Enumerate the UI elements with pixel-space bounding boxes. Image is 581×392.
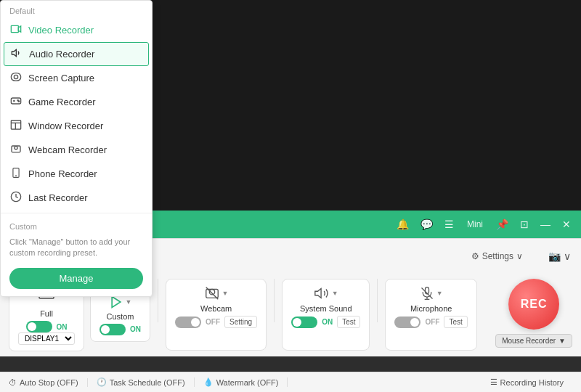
audio-recorder-label: Audio Recorder <box>29 49 94 60</box>
full-toggle[interactable] <box>26 321 52 332</box>
default-section-title: Default <box>1 1 152 18</box>
webcam-recorder-icon <box>9 143 23 157</box>
custom-label: Custom <box>107 312 134 321</box>
chat-icon-btn[interactable]: 💬 <box>418 217 436 232</box>
dropdown-item-webcam-recorder[interactable]: Webcam Recorder <box>1 138 152 162</box>
display-select[interactable]: DISPLAY1 <box>18 332 75 345</box>
window-recorder-label: Window Recorder <box>28 121 103 131</box>
manage-button[interactable]: Manage <box>9 268 143 289</box>
dropdown-item-phone-recorder[interactable]: Phone Recorder <box>1 162 152 186</box>
custom-hint: Click "Manage" button to add your custom… <box>1 234 152 262</box>
restore-icon-btn[interactable]: ⊡ <box>517 217 532 232</box>
microphone-recorder-card[interactable]: ▼ Microphone OFF Test <box>385 279 476 351</box>
vertical-separator-1 <box>158 279 158 322</box>
game-recorder-label: Game Recorder <box>28 97 95 107</box>
menu-icon-btn[interactable]: ☰ <box>442 217 457 232</box>
webcam-setting-button[interactable]: Setting <box>224 316 257 328</box>
microphone-toggle-label: OFF <box>425 318 439 326</box>
microphone-toggle-row: OFF Test <box>394 316 467 328</box>
svg-point-13 <box>14 75 17 78</box>
custom-section-title: Custom <box>1 216 152 234</box>
screen-capture-label: Screen Capture <box>28 73 94 83</box>
phone-recorder-label: Phone Recorder <box>28 168 97 179</box>
video-recorder-icon <box>9 23 23 37</box>
webcam-arrow: ▼ <box>222 290 229 297</box>
toolbar-right: 🔔 💬 ☰ Mini 📌 ⊡ — ✕ <box>394 217 574 232</box>
last-recorder-label: Last Recorder <box>28 192 88 203</box>
custom-toggle-knob <box>101 325 110 334</box>
webcam-label: Webcam <box>200 304 232 313</box>
bell-icon-btn[interactable]: 🔔 <box>394 217 412 232</box>
system-sound-test-button[interactable]: Test <box>337 316 360 328</box>
mouse-recorder-button[interactable]: Mouse Recorder ▼ <box>495 334 572 348</box>
webcam-toggle-knob <box>191 318 200 327</box>
auto-stop-status[interactable]: ⏱ Auto Stop (OFF) <box>9 378 88 387</box>
settings-chevron-icon: ∨ <box>516 251 523 261</box>
auto-stop-label: Auto Stop (OFF) <box>20 378 78 387</box>
dropdown-item-last-recorder[interactable]: Last Recorder <box>1 186 152 210</box>
dropdown-item-video-recorder[interactable]: Video Recorder <box>1 18 152 42</box>
rec-button-container: REC Mouse Recorder ▼ <box>495 279 572 351</box>
full-toggle-label: ON <box>57 323 68 331</box>
svg-point-22 <box>15 147 17 150</box>
webcam-recorder-card[interactable]: ▼ Webcam OFF Setting <box>166 279 267 351</box>
task-schedule-status[interactable]: 🕐 Task Schedule (OFF) <box>88 377 195 387</box>
full-toggle-row: ON <box>26 321 68 332</box>
mouse-recorder-label: Mouse Recorder <box>502 337 556 345</box>
watermark-icon: 💧 <box>203 377 214 387</box>
svg-marker-12 <box>12 49 16 56</box>
rec-button[interactable]: REC <box>508 279 559 330</box>
window-recorder-icon <box>9 119 23 133</box>
svg-marker-1 <box>112 296 121 307</box>
mini-label[interactable]: Mini <box>463 218 487 231</box>
camera-icon: 📷 <box>548 250 561 262</box>
vertical-separator-3 <box>377 279 378 322</box>
watermark-status[interactable]: 💧 Watermark (OFF) <box>195 377 288 387</box>
game-recorder-icon <box>9 95 23 109</box>
mouse-recorder-arrow: ▼ <box>558 337 566 345</box>
microphone-toggle-knob <box>410 318 419 327</box>
dropdown-item-audio-recorder[interactable]: Audio Recorder <box>4 42 149 66</box>
webcam-toggle[interactable] <box>175 317 201 328</box>
recording-history-status[interactable]: ☰ Recording History <box>482 377 572 387</box>
system-sound-toggle-knob <box>293 318 301 327</box>
phone-recorder-icon <box>9 167 23 181</box>
close-icon-btn[interactable]: ✕ <box>559 217 574 232</box>
webcam-icon: ▼ <box>204 285 229 301</box>
system-sound-label: System Sound <box>300 304 352 313</box>
custom-toggle-label: ON <box>130 325 141 333</box>
svg-point-18 <box>18 101 19 102</box>
dropdown-item-game-recorder[interactable]: Game Recorder <box>1 90 152 114</box>
app-container: tered) 🎁 Pricing 🔔 💬 ☰ Mini 📌 ⊡ — ✕ ⚙ Se… <box>0 0 581 392</box>
task-schedule-label: Task Schedule (OFF) <box>110 378 185 387</box>
task-schedule-icon: 🕐 <box>97 377 107 387</box>
full-toggle-knob <box>28 322 36 331</box>
microphone-test-button[interactable]: Test <box>444 316 467 328</box>
microphone-arrow: ▼ <box>436 290 443 297</box>
system-sound-recorder-card[interactable]: ▼ System Sound ON Test <box>282 279 370 351</box>
dropdown-divider <box>1 213 152 213</box>
custom-toggle[interactable] <box>99 324 126 335</box>
webcam-recorder-label: Webcam Recorder <box>28 144 107 155</box>
last-recorder-icon <box>9 191 23 205</box>
camera-chevron-icon: ∨ <box>564 250 571 262</box>
dropdown-item-window-recorder[interactable]: Window Recorder <box>1 114 152 138</box>
microphone-icon: ▼ <box>420 285 443 301</box>
full-label: Full <box>40 309 53 318</box>
system-sound-toggle-label: ON <box>322 318 333 326</box>
svg-marker-11 <box>18 26 20 32</box>
system-sound-toggle-row: ON Test <box>291 316 360 328</box>
minimize-icon-btn[interactable]: — <box>537 217 553 232</box>
pin-icon-btn[interactable]: 📌 <box>493 217 511 232</box>
system-sound-toggle[interactable] <box>291 317 317 328</box>
recording-history-label: Recording History <box>500 378 564 387</box>
microphone-toggle[interactable] <box>394 317 420 328</box>
audio-recorder-icon <box>10 47 23 61</box>
dropdown-item-screen-capture[interactable]: Screen Capture <box>1 66 152 90</box>
settings-button[interactable]: ⚙ Settings ∨ <box>471 251 523 261</box>
vertical-separator-2 <box>274 279 275 322</box>
webcam-toggle-label: OFF <box>206 318 220 326</box>
rec-label: REC <box>521 298 548 311</box>
settings-label: Settings <box>482 251 513 261</box>
camera-button[interactable]: 📷 ∨ <box>548 250 571 262</box>
